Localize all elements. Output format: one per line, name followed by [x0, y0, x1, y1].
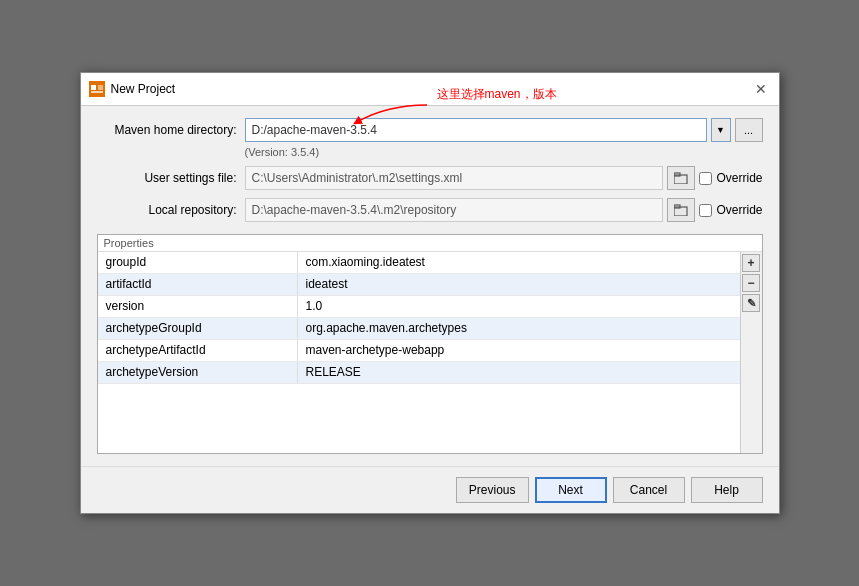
remove-property-button[interactable]: −: [742, 274, 760, 292]
maven-dropdown-button[interactable]: ▼: [711, 118, 731, 142]
local-repo-browse-button[interactable]: [667, 198, 695, 222]
help-button[interactable]: Help: [691, 477, 763, 503]
user-settings-override-label: Override: [716, 171, 762, 185]
previous-button[interactable]: Previous: [456, 477, 529, 503]
table-row[interactable]: archetypeVersionRELEASE: [98, 362, 740, 384]
table-row[interactable]: version1.0: [98, 296, 740, 318]
dialog-icon: [89, 81, 105, 97]
user-settings-override-group: Override: [699, 171, 762, 185]
prop-key: artifactId: [98, 274, 298, 295]
dialog-content: Maven home directory: ▼ ... 这里选择maven，版本: [81, 106, 779, 466]
properties-box: Properties groupIdcom.xiaoming.ideatesta…: [97, 234, 763, 454]
prop-key: archetypeGroupId: [98, 318, 298, 339]
local-repo-override-label: Override: [716, 203, 762, 217]
properties-table: groupIdcom.xiaoming.ideatestartifactIdid…: [98, 252, 762, 453]
maven-home-label: Maven home directory:: [97, 123, 237, 137]
table-row[interactable]: groupIdcom.xiaoming.ideatest: [98, 252, 740, 274]
maven-home-input-group: ▼ ...: [245, 118, 763, 142]
user-settings-label: User settings file:: [97, 171, 237, 185]
local-repo-input-group: Override: [245, 198, 763, 222]
table-row[interactable]: artifactIdideatest: [98, 274, 740, 296]
local-repo-override-group: Override: [699, 203, 762, 217]
maven-home-input[interactable]: [245, 118, 707, 142]
prop-val: maven-archetype-webapp: [298, 340, 740, 361]
user-settings-input[interactable]: [245, 166, 664, 190]
maven-home-row: Maven home directory: ▼ ... 这里选择maven，版本: [97, 118, 763, 142]
svg-rect-3: [91, 91, 103, 93]
version-hint: (Version: 3.5.4): [245, 146, 763, 158]
close-button[interactable]: ✕: [751, 79, 771, 99]
title-bar-left: New Project: [89, 81, 176, 97]
prop-key: version: [98, 296, 298, 317]
dialog-title: New Project: [111, 82, 176, 96]
local-repo-input[interactable]: [245, 198, 664, 222]
new-project-dialog: New Project ✕ Maven home directory: ▼ ..…: [80, 72, 780, 514]
prop-val: 1.0: [298, 296, 740, 317]
cancel-button[interactable]: Cancel: [613, 477, 685, 503]
prop-val: com.xiaoming.ideatest: [298, 252, 740, 273]
user-settings-row: User settings file: Override: [97, 166, 763, 190]
prop-val: RELEASE: [298, 362, 740, 383]
add-property-button[interactable]: +: [742, 254, 760, 272]
prop-val: org.apache.maven.archetypes: [298, 318, 740, 339]
prop-key: groupId: [98, 252, 298, 273]
table-row[interactable]: archetypeArtifactIdmaven-archetype-webap…: [98, 340, 740, 362]
svg-rect-2: [98, 85, 103, 90]
local-repo-label: Local repository:: [97, 203, 237, 217]
prop-key: archetypeVersion: [98, 362, 298, 383]
svg-rect-1: [91, 85, 96, 90]
properties-list: groupIdcom.xiaoming.ideatestartifactIdid…: [98, 252, 740, 453]
dialog-footer: Previous Next Cancel Help: [81, 466, 779, 513]
user-settings-input-group: Override: [245, 166, 763, 190]
prop-key: archetypeArtifactId: [98, 340, 298, 361]
properties-actions: + − ✎: [740, 252, 762, 453]
title-bar: New Project ✕: [81, 73, 779, 106]
edit-property-button[interactable]: ✎: [742, 294, 760, 312]
user-settings-override-checkbox[interactable]: [699, 172, 712, 185]
prop-val: ideatest: [298, 274, 740, 295]
table-row[interactable]: archetypeGroupIdorg.apache.maven.archety…: [98, 318, 740, 340]
properties-title: Properties: [98, 235, 762, 252]
maven-browse-button[interactable]: ...: [735, 118, 763, 142]
local-repo-override-checkbox[interactable]: [699, 204, 712, 217]
next-button[interactable]: Next: [535, 477, 607, 503]
local-repo-row: Local repository: Override: [97, 198, 763, 222]
user-settings-browse-button[interactable]: [667, 166, 695, 190]
